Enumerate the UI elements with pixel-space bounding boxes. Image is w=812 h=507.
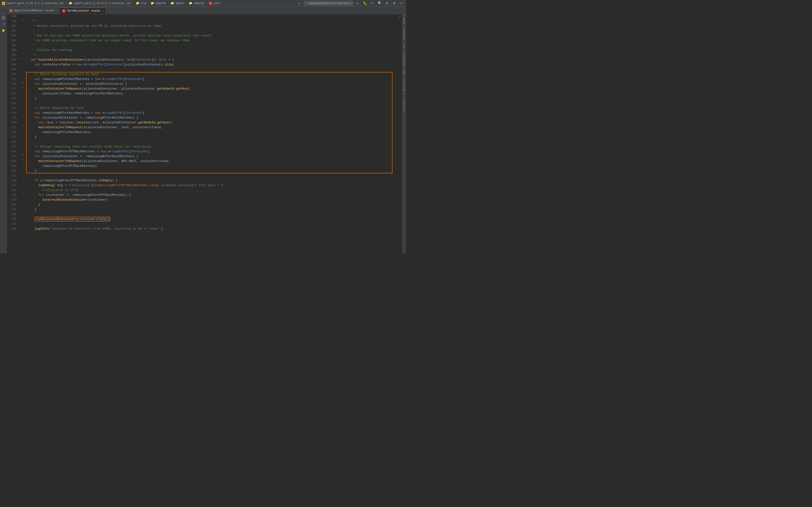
right-panel-ant[interactable]: Ant xyxy=(402,42,406,50)
line-content-403: * in YARN granting containers that we no… xyxy=(26,38,402,43)
line-num-420: 420 xyxy=(7,120,19,125)
dropdown-icon[interactable]: ▼ xyxy=(349,2,351,5)
layout-button[interactable]: ⊞ xyxy=(392,1,397,6)
line-num-415: 415 xyxy=(7,96,19,101)
right-panel-labels: Maven Database Ant Bean Validation Z-Str… xyxy=(402,15,406,113)
line-content-422: remainingAfterRackMatches) xyxy=(26,130,402,135)
line-num-429: 429 xyxy=(7,164,19,169)
code-line-437: 437 } xyxy=(7,202,402,207)
fold-arrow-421[interactable]: ▼ xyxy=(22,125,23,127)
breadcrumb-jar[interactable]: spark-yarn_2.11-2.1.1-sources.jar xyxy=(7,2,64,5)
title-bar: J spark-yarn_2.11-2.1.1-sources.jar › 📁 … xyxy=(0,0,406,7)
line-num-440: 440 xyxy=(7,217,19,222)
right-panel-database[interactable]: Database xyxy=(402,26,406,42)
svg-rect-1 xyxy=(4,16,5,18)
line-content-440: runAllocatedContainers(containersToUse) xyxy=(26,217,402,222)
line-icons-427: ▼ xyxy=(19,154,26,157)
code-line-418: 418 val remainingAfterRackMatches = new … xyxy=(7,111,402,115)
tab-yarnallocator[interactable]: S YarnAllocator.scala ✕ xyxy=(60,7,106,14)
right-panel-bean-validation[interactable]: Bean Validation xyxy=(402,50,406,76)
line-num-431: 431 xyxy=(7,173,19,178)
breadcrumb-deploy[interactable]: spark xyxy=(176,2,185,5)
line-icons-406: ▼ xyxy=(19,53,26,55)
fold-arrow-432[interactable]: ▼ xyxy=(22,178,23,181)
line-num-406: 406 xyxy=(7,53,19,57)
line-num-410: 410 xyxy=(7,72,19,77)
expand-button[interactable]: ⤢ xyxy=(399,1,404,6)
line-content-426: val remainingAfterOffRackMatches = new A… xyxy=(26,149,402,154)
fold-arrow-427[interactable]: ▼ xyxy=(22,154,23,157)
debug-button[interactable]: 🐛 xyxy=(362,1,368,6)
code-line-441: 441 xyxy=(7,222,402,226)
code-line-429: 429 remainingAfterOffRackMatches) xyxy=(7,164,402,169)
fold-arrow-419[interactable]: ▼ xyxy=(22,115,23,118)
sidebar-favorites-icon[interactable]: ⭐ xyxy=(0,27,6,33)
tab-applicationmaster[interactable]: S ApplicationMaster.scala ✕ xyxy=(7,7,60,14)
code-line-436: 436 internalReleaseContainer(container) xyxy=(7,198,402,202)
sidebar-project-icon[interactable] xyxy=(0,15,6,21)
run-config-selector[interactable]: ▶ SparkKafkaReceiverDStream ▼ xyxy=(304,1,353,6)
line-content-402: * Due to the way the YARN allocation pro… xyxy=(26,33,402,38)
line-content-428: matchContainerToRequest(allocatedContain… xyxy=(26,159,402,164)
svg-rect-0 xyxy=(2,16,3,18)
line-content-401: * xyxy=(26,29,402,33)
line-num-428: 428 xyxy=(7,159,19,164)
line-icons-399: ▼ xyxy=(19,19,26,21)
line-content-405: * Visible for testing. xyxy=(26,48,402,53)
sidebar-structure-icon[interactable] xyxy=(0,21,6,27)
code-line-431: 431 xyxy=(7,173,402,178)
breadcrumb-file[interactable]: yarn xyxy=(214,2,221,5)
breadcrumb-org[interactable]: spark-yarn_2.11-2.1.1-sources.jar xyxy=(74,2,131,5)
code-line-439: 439 xyxy=(7,212,402,217)
code-line-427: 427 ▼ for (allocatedContainer <- remaini… xyxy=(7,154,402,159)
code-line-399: 399 ▼ /** xyxy=(7,19,402,24)
tab-scala-icon-1: S xyxy=(9,9,12,12)
coverage-button[interactable]: ☂ xyxy=(370,1,375,6)
code-line-422: 422 remainingAfterRackMatches) xyxy=(7,130,402,135)
line-content-420: val rack = resolver.resolve(conf, alloca… xyxy=(26,120,402,125)
breadcrumb-apache[interactable]: org xyxy=(141,2,146,5)
line-content-411: val remainingAfterHostMatches = new Arra… xyxy=(26,77,402,81)
fold-arrow-435[interactable]: ▼ xyxy=(22,193,23,195)
fold-arrow-407[interactable]: ▼ xyxy=(22,57,23,60)
fold-arrow-406[interactable]: ▼ xyxy=(22,53,23,55)
line-num-438: 438 xyxy=(7,207,19,212)
line-content-412: for (allocatedContainer <- allocatedCont… xyxy=(26,81,402,87)
line-content-442: logInfo("Launched %d executors from YARN… xyxy=(26,226,402,231)
highlighted-block: 410 // Match incoming requests by host 4… xyxy=(7,72,402,173)
line-num-433: 433 xyxy=(7,183,19,188)
cursor-icon[interactable]: ↖ xyxy=(297,1,302,6)
right-panel-z-structure[interactable]: Z-Structure xyxy=(402,76,406,96)
line-content-429: remainingAfterOffRackMatches) xyxy=(26,164,402,169)
line-num-409: 409 xyxy=(7,67,19,72)
fold-arrow-428[interactable]: ▼ xyxy=(22,159,23,161)
breadcrumb-spark[interactable]: apache xyxy=(156,2,166,5)
line-num-436: 436 xyxy=(7,198,19,202)
tab-label-2: YarnAllocator.scala xyxy=(67,9,100,12)
line-num-411: 411 xyxy=(7,77,19,81)
line-num-430: 430 xyxy=(7,169,19,173)
editor-area[interactable]: ✓ 398 399 ▼ /** 400 * Handle conta xyxy=(7,14,402,253)
line-num-437: 437 xyxy=(7,202,19,207)
code-line-440: 440 runAllocatedContainers(containersToU… xyxy=(7,217,402,222)
sep2: › xyxy=(133,2,134,5)
right-panel-favorites[interactable]: Favorites xyxy=(402,96,406,113)
line-icons-421: ▼ xyxy=(19,125,26,127)
tab-close-2[interactable]: ✕ xyxy=(101,9,103,12)
search-button[interactable]: 🔍 xyxy=(377,1,382,6)
run-button[interactable]: ▶ xyxy=(355,1,361,6)
fold-arrow-412[interactable]: ▼ xyxy=(22,81,23,84)
breadcrumb-yarn[interactable]: deploy xyxy=(194,2,204,5)
fold-arrow-399[interactable]: ▼ xyxy=(22,19,23,21)
fold-arrow-413[interactable]: ▼ xyxy=(22,87,23,89)
line-num-426: 426 xyxy=(7,149,19,154)
line-num-419: 419 xyxy=(7,115,19,120)
code-line-404: 404 * xyxy=(7,43,402,48)
settings-button[interactable]: ⚙ xyxy=(384,1,390,6)
line-icons-428: ▼ xyxy=(19,159,26,161)
line-content-408: val containersToUse = new ArrayBuffer[Co… xyxy=(26,62,402,67)
line-content-415: } xyxy=(26,96,402,101)
line-content-407: def handleAllocatedContainers(allocatedC… xyxy=(26,57,402,62)
tab-close-1[interactable]: ✕ xyxy=(56,9,57,12)
right-panel-maven[interactable]: Maven xyxy=(402,15,406,26)
